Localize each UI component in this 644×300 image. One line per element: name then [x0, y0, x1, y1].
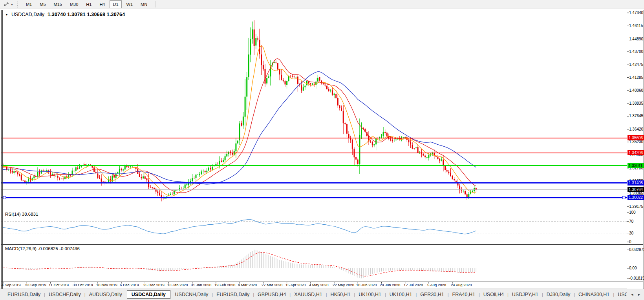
candles — [3, 20, 477, 202]
date-label: 25 Dec 2019 — [143, 283, 165, 287]
date-label: 18 Nov 2019 — [96, 283, 117, 287]
price-tick-label: 1.29175 — [629, 204, 643, 209]
symbol-dropdown-icon[interactable]: ▼ — [5, 13, 8, 16]
cursor-tool-icon[interactable]: ▼ — [3, 2, 13, 7]
tab-uk100-h1[interactable]: UK100,H1 — [355, 291, 385, 298]
price-level-label: 1.31405 — [628, 180, 644, 185]
date-label: 4 Sep 2019 — [2, 283, 21, 287]
tab-scroll-left-icon[interactable]: ◄ — [630, 293, 634, 296]
price-tick-label: 1.41285 — [629, 75, 643, 80]
tab-china300-h1[interactable]: CHINA300,H1 — [575, 291, 613, 298]
timeframe-button-w1[interactable]: W1 — [123, 0, 136, 8]
tab-audusd-daily[interactable]: AUDUSD,Daily — [86, 291, 126, 298]
tab-usdcnh-daily[interactable]: USDCNH,Daily — [172, 291, 212, 298]
price-tick-label: 1.43700 — [629, 49, 643, 54]
line-selection-handle — [3, 196, 6, 199]
dropdown-caret-icon[interactable]: ▼ — [11, 3, 13, 6]
date-label: 27 Mar 2020 — [262, 283, 282, 287]
tab-fra40-h1[interactable]: FRA40,H1 — [449, 291, 479, 298]
price-level-label: 1.34206 — [628, 150, 644, 155]
price-level-label: 1.35606 — [628, 135, 644, 140]
rsi-label: RSI(14) 38.6831 — [5, 212, 38, 216]
rsi-tick-label: 30 — [629, 231, 633, 235]
price-tick-label: 1.40060 — [629, 88, 643, 93]
tab-scroll-arrows: ◄ ► — [627, 289, 643, 300]
tab-ger30-h1[interactable]: GER30,H1 — [417, 291, 447, 298]
price-level-label: 1.30022 — [628, 195, 644, 200]
tab-uk100-h1[interactable]: UK100,H1 — [386, 291, 416, 298]
diagonal-arrows-icon — [3, 2, 10, 7]
tab-usdjpy-h1[interactable]: USDJPY,H1 — [509, 291, 542, 298]
date-label: 15 Apr 2020 — [285, 283, 306, 287]
date-label: 6 Dec 2019 — [120, 283, 139, 287]
date-label: 22 May 2020 — [333, 283, 354, 287]
symbol-tabs: EURUSD,Daily|USDCHF,Daily|AUDUSD,DailyUS… — [4, 290, 643, 299]
price-tick-label: 1.36420 — [629, 127, 643, 131]
macd-tick-label: -0.018154 — [629, 276, 644, 280]
rsi-tick-label: 0 — [629, 240, 631, 244]
tab-gbpusd-h4[interactable]: GBPUSD,H4 — [254, 291, 289, 298]
timeframe-button-m30[interactable]: M30 — [67, 0, 81, 8]
toolbar-separator — [155, 1, 156, 7]
macd-tick-label: 0.00 — [629, 266, 637, 270]
tab-dj30-daily[interactable]: DJ30,Daily — [543, 291, 574, 298]
timeframe-buttons: M1M5M15M30H1H4D1W1MN — [22, 0, 151, 8]
timeframe-button-m15[interactable]: M15 — [51, 0, 65, 8]
date-label: 29 Jun 2020 — [380, 283, 400, 287]
ohlc-values: 1.30740 1.30781 1.30668 1.30764 — [48, 12, 125, 17]
tab-scroll-right-icon[interactable]: ► — [637, 293, 641, 296]
symbol-tabbar: EURUSD,Daily|USDCHF,Daily|AUDUSD,DailyUS… — [0, 289, 644, 300]
line-selection-handle — [622, 196, 625, 199]
date-label: 19 Feb 2020 — [214, 283, 235, 287]
rsi-tick-label: 100 — [629, 210, 636, 215]
symbol-label: USDCAD,Daily — [11, 12, 44, 17]
tab-usdcad-daily[interactable]: USDCAD,Daily — [127, 290, 170, 299]
price-tick-label: 1.42475 — [629, 62, 643, 67]
tab-eurusd-daily[interactable]: EURUSD,Daily — [213, 291, 253, 298]
timeframe-button-h4[interactable]: H4 — [96, 0, 108, 8]
tab-eurusd-daily[interactable]: EURUSD,Daily — [4, 291, 44, 298]
price-chart-canvas[interactable] — [0, 0, 644, 300]
toolbar-grip[interactable] — [17, 2, 18, 7]
chart-title: ▼ USDCAD,Daily 1.30740 1.30781 1.30668 1… — [5, 12, 125, 17]
date-label: 17 Jul 2020 — [404, 283, 423, 287]
tab-hk50-h1[interactable]: HK50,H1 — [327, 291, 354, 298]
timeframe-toolbar: ▼ M1M5M15M30H1H4D1W1MN — [0, 0, 644, 9]
date-label: 4 May 2020 — [309, 283, 329, 287]
date-label: 23 Sep 2019 — [25, 283, 46, 287]
date-label: 9 Mar 2020 — [238, 283, 257, 287]
date-label: 10 Jun 2020 — [356, 283, 377, 287]
tab-usoil-h4[interactable]: USOil,H4 — [480, 291, 507, 298]
tab-xauusd-h1[interactable]: XAUUSD,H1 — [291, 291, 326, 298]
timeframe-button-h1[interactable]: H1 — [83, 0, 95, 8]
price-level-label: 1.30764 — [628, 187, 644, 192]
date-label: 30 Oct 2019 — [73, 283, 93, 287]
price-tick-label: 1.38835 — [629, 101, 643, 105]
date-label: 24 Aug 2020 — [451, 283, 472, 287]
timeframe-button-m5[interactable]: M5 — [37, 0, 49, 8]
rsi-tick-label: 70 — [629, 219, 633, 224]
price-tick-label: 1.37645 — [629, 114, 643, 118]
tab-usdchf-daily[interactable]: USDCHF,Daily — [45, 291, 84, 298]
price-tick-label: 1.46115 — [629, 24, 643, 28]
date-label: 31 Jan 2020 — [191, 283, 211, 287]
price-level-label: 1.33011 — [628, 163, 644, 168]
macd-label: MACD(12,26,9) -0.006825 -0.007436 — [5, 246, 80, 251]
macd-tick-label: 0.032972 — [629, 247, 644, 252]
timeframe-button-mn[interactable]: MN — [137, 0, 150, 8]
timeframe-button-d1[interactable]: D1 — [110, 0, 121, 8]
date-label: 5 Aug 2020 — [427, 283, 446, 287]
price-tick-label: 1.44890 — [629, 37, 643, 41]
timeframe-button-m1[interactable]: M1 — [23, 0, 35, 8]
price-tick-label: 1.47340 — [629, 11, 643, 15]
date-label: 13 Jan 2020 — [167, 283, 188, 287]
date-label: 11 Oct 2019 — [49, 283, 69, 287]
